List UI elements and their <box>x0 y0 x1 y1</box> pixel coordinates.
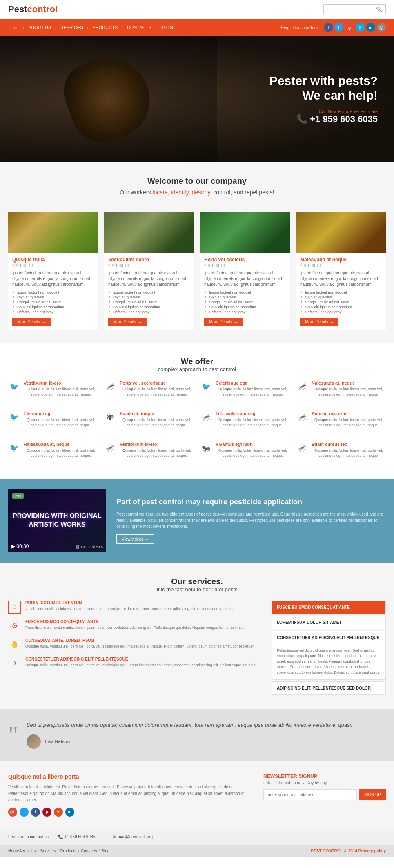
we-offer-section: We offer complex approach to pest contro… <box>0 343 394 479</box>
offer-item-6: 🦟 Tel. scelerisque egt Quisque nulla. Vu… <box>200 411 290 436</box>
card-4: Malesuada at neque 2014-03-18 Ipsum fact… <box>296 212 386 330</box>
search-box[interactable]: 🔍 <box>323 4 386 14</box>
footer-nav-services[interactable]: Services <box>40 849 56 853</box>
social-twitter[interactable]: t <box>334 23 343 32</box>
social-linkedin[interactable]: in <box>366 23 375 32</box>
contact-phone: 📞 +1 959 603 6035 <box>58 835 95 839</box>
service-item-0: 🖥 PROIN DICTUM ELEMENTUM Vestibulum iacu… <box>8 601 263 614</box>
accordion-header-2[interactable]: CONSECTETUER ADIPISCING ELIT PELLENTESQU… <box>272 631 385 644</box>
offer-item-4: 🐦 Elerisque egt Quisque nulla. Vulum lib… <box>8 411 98 436</box>
card-btn-1[interactable]: More Details → <box>12 318 51 326</box>
card-body-2: Vestibulum libero 2014-03-18 Ipsum facto… <box>104 253 194 330</box>
footer-right: NEWSLETTER SIGNUP Latest information onl… <box>263 773 386 817</box>
footer-social-linkedin[interactable]: in <box>65 808 74 817</box>
social-googleplus[interactable]: g <box>345 23 354 32</box>
nav-blog[interactable]: BLOG <box>156 20 177 35</box>
contact-bar: Feel free to contact us: 📞 +1 959 603 60… <box>0 829 394 845</box>
newsletter-form: SIGN UP <box>263 789 386 800</box>
footer-social-google[interactable]: g+ <box>8 808 17 817</box>
card-image-1 <box>8 212 98 253</box>
social-skype[interactable]: S <box>356 23 365 32</box>
card-title-3[interactable]: Rorta vel sceleris <box>204 257 286 263</box>
card-body-1: Quisque nulla 2014-03-18 Ipsum factorit … <box>8 253 98 330</box>
social-email[interactable]: @ <box>377 23 386 32</box>
we-offer-heading: We offer <box>8 357 386 366</box>
services-layout: 🖥 PROIN DICTUM ELEMENTUM Vestibulum iacu… <box>8 601 386 697</box>
video-overlay: intro PROVIDING WITH ORIGINAL ARTISTIC W… <box>8 489 106 552</box>
service-cards-section: Quisque nulla 2014-03-18 Ipsum factorit … <box>0 208 394 343</box>
cards-grid: Quisque nulla 2014-03-18 Ipsum factorit … <box>8 212 386 330</box>
card-image-3 <box>200 212 290 253</box>
offer-icon-1: 🦟 <box>104 381 116 393</box>
service-item-1: ⚙ FUSCE EUISMOD CONSEQUAT ANTE Proin dic… <box>8 619 263 632</box>
nav-left: ⌂ / ABOUT US / SERVICES / PRODUCTS / CON… <box>8 19 177 36</box>
welcome-heading: Welcome to our company <box>8 176 386 186</box>
offer-item-8: 🐦 Ralessuada at, neque Quisque nulla. Vu… <box>8 442 98 466</box>
video-heading: Part of pest control may require pestici… <box>116 497 386 507</box>
nav-contacts[interactable]: CONTACTS <box>123 20 156 35</box>
social-facebook[interactable]: f <box>324 23 333 32</box>
search-icon[interactable]: 🔍 <box>376 7 382 12</box>
newsletter-title: NEWSLETTER SIGNUP <box>263 773 386 779</box>
accordion-header-0[interactable]: FUSCE EUISMOD CONSEQUAT ANTE <box>272 601 385 614</box>
video-play-button[interactable]: ▶ 00:30 <box>11 543 29 549</box>
nav-about[interactable]: ABOUT US <box>24 20 55 35</box>
footer-social-pinterest[interactable]: p <box>42 808 51 817</box>
offer-icon-6: 🦟 <box>200 411 212 423</box>
offer-icon-5: 🕷 <box>104 411 116 423</box>
phone-icon-footer: 📞 <box>58 835 63 839</box>
footer-nav-home[interactable]: Home <box>8 849 19 853</box>
card-list-1: Ipsum factorit non deposit Olypian quarr… <box>12 290 94 314</box>
navbar: ⌂ / ABOUT US / SERVICES / PRODUCTS / CON… <box>0 19 394 36</box>
footer-nav-about[interactable]: About Us <box>19 849 36 853</box>
signup-button[interactable]: SIGN UP <box>359 789 386 800</box>
offer-text-9: Vestibulum libero Quisque nulla. Vulum l… <box>120 442 194 466</box>
service-text-1: FUSCE EUISMOD CONSEQUAT ANTE Proin dictu… <box>25 619 244 630</box>
testimonial-text: Sed ut perspiciatis unde omnis uptatac c… <box>27 721 386 730</box>
footer-copyright: PEST CONTROL © 2014 Privacy policy <box>311 849 386 853</box>
footer-social-twitter[interactable]: t <box>20 808 29 817</box>
card-list-3: Ipsum factorit non deposit Olypian quarr… <box>204 290 286 314</box>
card-btn-3[interactable]: More Details → <box>204 318 243 326</box>
nav-home-icon[interactable]: ⌂ <box>8 19 23 36</box>
video-player[interactable]: intro PROVIDING WITH ORIGINAL ARTISTIC W… <box>8 489 106 552</box>
nav-services[interactable]: SERVICES <box>56 20 87 35</box>
offer-item-1: 🦟 Porta vel, scelerisque Quisque nulla. … <box>104 381 194 405</box>
service-icon-monitor: 🖥 <box>8 601 21 614</box>
email-icon-footer: ✉ <box>113 835 116 839</box>
card-btn-2[interactable]: More Details → <box>108 318 147 326</box>
offer-item-7: 🦟 Aenean nec eros Quisque nulla. Vulum l… <box>296 411 386 436</box>
footer-nav-products[interactable]: Products <box>60 849 76 853</box>
footer-nav-blog[interactable]: Blog <box>101 849 109 853</box>
accordion-header-3[interactable]: ADIPISCING ELIT. PELLENTESQUE SED DOLOR <box>272 682 385 694</box>
insect-shape <box>56 47 160 151</box>
testimonial-section: " Sed ut perspiciatis unde omnis uptatac… <box>0 709 394 761</box>
newsletter-email-input[interactable] <box>263 789 357 800</box>
hero-call-label: Call Now For a Free Estimate <box>269 109 378 114</box>
card-title-4[interactable]: Malesuada at neque <box>300 257 382 263</box>
offer-text-2: Celerisque egt Quisque nulla. Vulum libe… <box>216 381 290 405</box>
view-videos-button[interactable]: View videos → <box>116 534 154 544</box>
search-input[interactable] <box>327 7 376 12</box>
offer-item-10: 🐜 Vivamus egt nibh Quisque nulla. Vulum … <box>200 442 290 466</box>
accordion-item-0: FUSCE EUISMOD CONSEQUAT ANTE <box>272 601 386 614</box>
offer-icon-9: 🦟 <box>104 442 116 454</box>
card-title-1[interactable]: Quisque nulla <box>12 257 94 263</box>
footer-social-facebook[interactable]: f <box>31 808 40 817</box>
footer-nav: Home About Us / Services / Products / Co… <box>8 849 109 853</box>
offer-text-4: Elerisque egt Quisque nulla. Vulum liber… <box>24 411 98 436</box>
contact-separator: | <box>103 834 105 840</box>
offer-text-3: Nalesuada at, neque Quisque nulla. Vulum… <box>312 381 386 405</box>
offer-text-7: Aenean nec eros Quisque nulla. Vulum lib… <box>312 411 386 436</box>
card-image-4 <box>296 212 386 253</box>
footer-social-heart[interactable]: ♥ <box>54 808 63 817</box>
card-btn-4[interactable]: More Details → <box>300 318 338 326</box>
card-body-3: Rorta vel sceleris 2014-03-18 Ipsum fact… <box>200 253 290 330</box>
welcome-text: Our workers locate, identify, destroy, c… <box>8 189 386 196</box>
our-services-heading: Our services. <box>8 577 386 586</box>
card-title-2[interactable]: Vestibulum libero <box>108 257 190 263</box>
offer-text-11: Etiam cursus leo Quisque nulla. Vulum li… <box>312 442 386 466</box>
accordion-header-1[interactable]: LOREM IPSUM DOLOR SIT AMET <box>272 616 385 629</box>
nav-products[interactable]: PRODUCTS <box>88 20 122 35</box>
footer-nav-contacts[interactable]: Contacts <box>81 849 97 853</box>
